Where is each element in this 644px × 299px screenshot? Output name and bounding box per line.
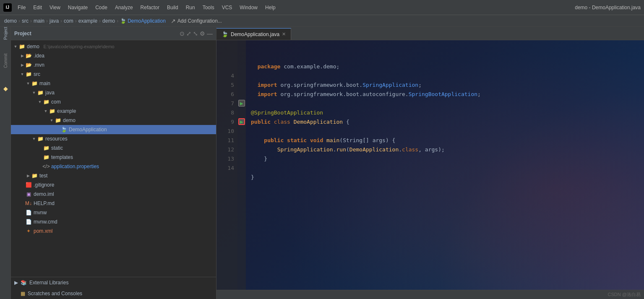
run-config-icon[interactable]: ↗ xyxy=(171,18,176,24)
minimize-icon[interactable]: — xyxy=(207,30,213,37)
ln-1 xyxy=(216,44,234,53)
code-content[interactable]: package com.example.demo; import org.spr… xyxy=(246,40,644,290)
folder-icon-resources: 📁 xyxy=(37,135,44,142)
menu-view[interactable]: View xyxy=(46,3,64,12)
ln-4: 4 xyxy=(216,71,234,81)
folder-icon-root: 📁 xyxy=(18,43,25,50)
window-title: demo - DemoApplication.java xyxy=(575,5,641,10)
tree-demo-pkg[interactable]: ▼ 📁 demo xyxy=(11,116,216,125)
folder-icon-idea: 📂 xyxy=(25,52,32,59)
code-gutter: ▶ ▶ xyxy=(237,40,246,290)
tree-iml-label: demo.iml xyxy=(34,191,54,197)
tree-test[interactable]: ▶ 📁 test xyxy=(11,171,216,180)
breadcrumb-src[interactable]: src xyxy=(22,18,29,24)
git-icon: 🟥 xyxy=(25,182,32,188)
arrow-example: ▼ xyxy=(43,108,49,114)
tree-mvnw-label: mvnw xyxy=(34,210,47,216)
java-spring-icon: 🍃 xyxy=(60,126,67,133)
tree-main[interactable]: ▼ 📁 main xyxy=(11,79,216,88)
menu-refactor[interactable]: Refactor xyxy=(137,3,163,12)
tree-static[interactable]: ▶ 📁 static xyxy=(11,143,216,153)
scratches-item[interactable]: ▶ ▦ Scratches and Consoles xyxy=(11,288,216,299)
main-layout: Project Commit ◆ Project ⊙ ⤢ ⤡ ⚙ — ▼ 📁 d… xyxy=(0,27,644,299)
menu-navigate[interactable]: Navigate xyxy=(65,3,91,12)
menu-code[interactable]: Code xyxy=(92,3,111,12)
csdn-watermark: CSDN @洛白易 xyxy=(608,291,641,298)
arrow-resources: ▼ xyxy=(31,136,37,142)
tree-demo-application[interactable]: ▶ 🍃 DemoApplication xyxy=(11,125,216,134)
breadcrumb-com[interactable]: com xyxy=(64,18,73,24)
menu-analyze[interactable]: Analyze xyxy=(112,3,136,12)
tree-java[interactable]: ▼ 📁 java xyxy=(11,88,216,97)
collapse-icon[interactable]: ⤡ xyxy=(193,30,198,37)
arrow-test: ▶ xyxy=(25,173,31,179)
breadcrumb-demo-pkg[interactable]: demo xyxy=(102,18,115,24)
menu-tools[interactable]: Tools xyxy=(199,3,218,12)
editor-tab-demoapplication[interactable]: 🍃 DemoApplication.java ✕ xyxy=(216,28,291,40)
menu-vcs[interactable]: VCS xyxy=(219,3,236,12)
ln-3 xyxy=(216,62,234,71)
sidebar-item-project[interactable]: Project xyxy=(1,29,10,38)
menu-help[interactable]: Help xyxy=(262,3,279,12)
arrow-main: ▼ xyxy=(25,81,31,86)
menu-build[interactable]: Build xyxy=(164,3,182,12)
tree-templates[interactable]: ▶ 📁 templates xyxy=(11,153,216,162)
menu-bar: File Edit View Navigate Code Analyze Ref… xyxy=(14,3,572,12)
tree-com[interactable]: ▼ 📁 com xyxy=(11,97,216,107)
code-editor[interactable]: 4 5 6 7 8 9 10 11 12 13 14 ▶ ▶ package c… xyxy=(216,40,644,290)
ln-6: 6 xyxy=(216,90,234,99)
editor-tabs: 🍃 DemoApplication.java ✕ xyxy=(216,27,644,40)
breadcrumb-main[interactable]: main xyxy=(34,18,44,24)
arrow-idea: ▶ xyxy=(19,53,25,59)
external-libraries-item[interactable]: ▶ 📚 External Libraries xyxy=(11,277,216,288)
arrow-mvn: ▶ xyxy=(19,62,25,68)
menu-edit[interactable]: Edit xyxy=(30,3,45,12)
tree-main-label: main xyxy=(39,81,50,86)
sidebar-item-marker[interactable]: ◆ xyxy=(1,84,10,93)
settings-gear-icon[interactable]: ⚙ xyxy=(200,30,205,37)
tree-idea[interactable]: ▶ 📂 .idea xyxy=(11,51,216,60)
tree-iml[interactable]: ▶ ▣ demo.iml xyxy=(11,190,216,199)
breadcrumb-java[interactable]: java xyxy=(50,18,59,24)
tree-app-properties[interactable]: ▶ </> application.properties xyxy=(11,162,216,171)
tree-mvnwcmd[interactable]: ▶ 📄 mvnw.cmd xyxy=(11,217,216,226)
locate-icon[interactable]: ⊙ xyxy=(180,30,185,37)
tree-pomxml-label: pom.xml xyxy=(34,228,52,234)
expand-icon[interactable]: ⤢ xyxy=(186,30,191,37)
tab-close-button[interactable]: ✕ xyxy=(282,31,286,37)
arrow-ext-libs: ▶ xyxy=(14,280,18,286)
run-marker-class[interactable]: ▶ xyxy=(238,100,245,107)
tree-pomxml[interactable]: ▶ ✦ pom.xml xyxy=(11,226,216,236)
sidebar-item-commit[interactable]: Commit xyxy=(1,56,10,65)
tree-gitignore[interactable]: ▶ 🟥 .gitignore xyxy=(11,180,216,190)
ln-9: 9 xyxy=(216,117,234,127)
breadcrumb-demo[interactable]: demo xyxy=(4,18,17,24)
tree-resources[interactable]: ▼ 📁 resources xyxy=(11,134,216,143)
menu-run[interactable]: Run xyxy=(183,3,198,12)
menu-window[interactable]: Window xyxy=(236,3,261,12)
tree-example[interactable]: ▼ 📁 example xyxy=(11,107,216,116)
tree-src-label: src xyxy=(34,71,40,77)
app-logo: IJ xyxy=(3,3,12,12)
tree-root[interactable]: ▼ 📁 demo E:\java\code\spring-example\dem… xyxy=(11,42,216,51)
tree-test-label: test xyxy=(39,173,47,179)
tree-mvnw[interactable]: ▶ 📄 mvnw xyxy=(11,208,216,217)
run-marker-main[interactable]: ▶ xyxy=(238,118,245,125)
breadcrumb-active[interactable]: 🍃DemoApplication xyxy=(120,18,166,24)
tree-templates-label: templates xyxy=(51,154,73,160)
menu-file[interactable]: File xyxy=(14,3,29,12)
tab-spring-icon: 🍃 xyxy=(222,31,228,37)
breadcrumb-example[interactable]: example xyxy=(78,18,97,24)
tree-src[interactable]: ▼ 📁 src xyxy=(11,70,216,79)
tree-helpmd-label: HELP.md xyxy=(34,200,55,206)
folder-icon-mvn: 📂 xyxy=(25,62,32,68)
arrow-java: ▼ xyxy=(31,90,37,96)
tree-mvn[interactable]: ▶ 📂 .mvn xyxy=(11,60,216,70)
script-mvnwcmd-icon: 📄 xyxy=(25,218,32,225)
ln-12: 12 xyxy=(216,145,234,154)
add-configuration-button[interactable]: Add Configuration... xyxy=(177,18,222,24)
arrow-root: ▼ xyxy=(13,44,18,49)
tab-label: DemoApplication.java xyxy=(231,31,279,37)
tree-helpmd[interactable]: ▶ M↓ HELP.md xyxy=(11,199,216,208)
ln-5: 5 xyxy=(216,81,234,90)
